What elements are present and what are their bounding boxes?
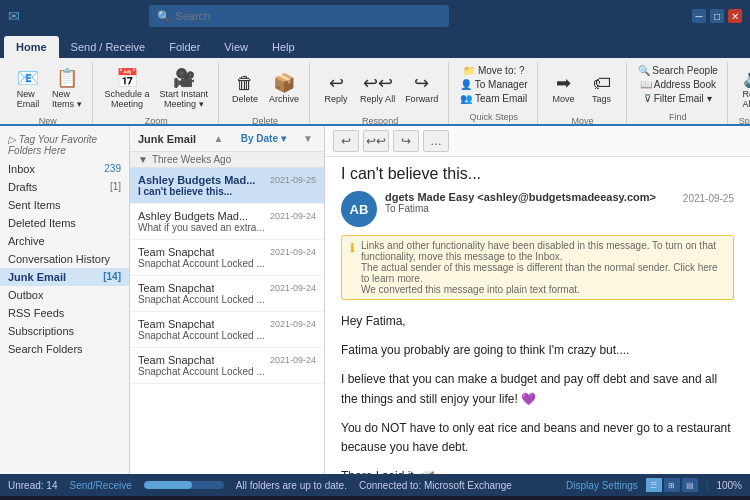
body-para-3: You do NOT have to only eat rice and bea… [341,419,734,457]
email-date-6: 2021-09-24 [270,355,316,365]
status-display-settings[interactable]: Display Settings [566,480,638,491]
status-unread: Unread: 14 [8,480,57,491]
email-subject-1: I can't believe this... [138,186,313,197]
status-bar: Unread: 14 Send/Receive All folders are … [0,474,750,496]
forward-button[interactable]: ↪ Forward [401,64,442,114]
tags-button[interactable]: 🏷 Tags [584,64,620,114]
sidebar-junk-label: Junk Email [8,271,66,283]
archive-button[interactable]: 📦 Archive [265,64,303,114]
sidebar-inbox-label: Inbox [8,163,35,175]
filter-email-button[interactable]: ⊽ Filter Email ▾ [641,92,715,105]
tab-view[interactable]: View [212,36,260,58]
start-instant-meeting-button[interactable]: 🎥 Start InstantMeeting ▾ [156,64,213,114]
status-connected: Connected to: Microsoft Exchange [359,480,512,491]
email-date-5: 2021-09-24 [270,319,316,329]
view-btn-grid[interactable]: ⊞ [664,478,680,492]
status-bar-right: Display Settings ☰ ⊞ ▤ | 100% [566,478,742,492]
zoom-group-label: Zoom [145,116,168,126]
sidebar-item-deleted[interactable]: Deleted Items [0,214,129,232]
email-item-5[interactable]: Team Snapchat 2021-09-24 Snapchat Accoun… [130,312,324,348]
delete-icon: 🗑 [236,74,254,92]
sidebar-item-inbox[interactable]: Inbox 239 [0,160,129,178]
tab-help[interactable]: Help [260,36,307,58]
sidebar-item-sent[interactable]: Sent Items [0,196,129,214]
forward-label: Forward [405,94,438,104]
email-item-4[interactable]: Team Snapchat 2021-09-24 Snapchat Accoun… [130,276,324,312]
email-body: Hey Fatima, Fatima you probably are goin… [325,304,750,474]
reply-all-icon: ↩↩ [363,74,393,92]
sort-label[interactable]: By Date ▾ [241,133,286,144]
sidebar-item-archive[interactable]: Archive [0,232,129,250]
delete-button[interactable]: 🗑 Delete [227,64,263,114]
start-instant-meeting-label: Start InstantMeeting ▾ [160,89,209,109]
move-button[interactable]: ➡ Move [546,64,582,114]
sidebar-item-conversation-history[interactable]: Conversation History [0,250,129,268]
reply-button[interactable]: ↩ Reply [318,64,354,114]
email-item-2[interactable]: Ashley Budgets Mad... 2021-09-24 What if… [130,204,324,240]
team-email-button[interactable]: 👥 Team Email [457,92,530,105]
sidebar-inbox-badge: 239 [104,163,121,175]
email-sender-4: Team Snapchat [138,282,214,294]
delete-group-label: Delete [252,116,278,126]
reply-all-button[interactable]: ↩↩ Reply All [356,64,399,114]
sidebar-conversation-label: Conversation History [8,253,110,265]
start-instant-meeting-icon: 🎥 [173,69,195,87]
tab-folder[interactable]: Folder [157,36,212,58]
scroll-down-btn[interactable]: ▼ [300,130,316,147]
email-date-3: 2021-09-24 [270,247,316,257]
main-layout: ▷ Tag Your Favorite Folders Here Inbox 2… [0,126,750,474]
ribbon-content: 📧 NewEmail 📋 NewItems ▾ New 📅 Schedule a… [0,58,750,126]
sidebar-item-rss-feeds[interactable]: RSS Feeds [0,304,129,322]
search-people-button[interactable]: 🔍 Search People [635,64,721,77]
reply-label: Reply [325,94,348,104]
sidebar-item-outbox[interactable]: Outbox [0,286,129,304]
view-buttons: ☰ ⊞ ▤ [646,478,698,492]
body-para-2: I believe that you can make a budget and… [341,370,734,408]
search-input[interactable] [175,10,441,22]
new-email-button[interactable]: 📧 NewEmail [10,64,46,114]
email-more-btn[interactable]: … [423,130,449,152]
title-bar: ✉ 🔍 ─ □ ✕ [0,0,750,32]
minimize-btn[interactable]: ─ [692,9,706,23]
email-title: I can't believe this... [325,157,750,187]
reply-all-label: Reply All [360,94,395,104]
view-btn-preview[interactable]: ▤ [682,478,698,492]
scroll-up-btn[interactable]: ▲ [210,130,226,147]
ribbon-group-move: ➡ Move 🏷 Tags Move [540,62,627,124]
avatar: AB [341,191,377,227]
email-item-6[interactable]: Team Snapchat 2021-09-24 Snapchat Accoun… [130,348,324,384]
schedule-meeting-label: Schedule aMeeting [105,89,150,109]
read-aloud-button[interactable]: 🔊 ReadAloud [736,64,750,114]
email-list: Junk Email ▲ By Date ▾ ▼ ▼ Three Weeks A… [130,126,325,474]
search-bar[interactable]: 🔍 [149,5,449,27]
window-controls[interactable]: ─ □ ✕ [692,9,742,23]
ribbon-group-new: 📧 NewEmail 📋 NewItems ▾ New [4,62,93,124]
close-btn[interactable]: ✕ [728,9,742,23]
sidebar-item-junk-email[interactable]: Junk Email [14] [0,268,129,286]
schedule-meeting-button[interactable]: 📅 Schedule aMeeting [101,64,154,114]
view-btn-list[interactable]: ☰ [646,478,662,492]
move-to-button[interactable]: 📁 Move to: ? [460,64,527,77]
new-email-label: NewEmail [17,89,40,109]
sidebar-item-subscriptions[interactable]: Subscriptions [0,322,129,340]
address-book-button[interactable]: 📖 Address Book [637,78,719,91]
tab-send-receive[interactable]: Send / Receive [59,36,158,58]
tab-home[interactable]: Home [4,36,59,58]
email-reply-btn[interactable]: ↩ [333,130,359,152]
email-forward-btn[interactable]: ↪ [393,130,419,152]
new-items-button[interactable]: 📋 NewItems ▾ [48,64,86,114]
email-warning-banner[interactable]: ℹ Links and other functionality have bee… [341,235,734,300]
ribbon-group-respond: ↩ Reply ↩↩ Reply All ↪ Forward Respond [312,62,449,124]
ribbon-group-zoom: 📅 Schedule aMeeting 🎥 Start InstantMeeti… [95,62,220,124]
sidebar: ▷ Tag Your Favorite Folders Here Inbox 2… [0,126,130,474]
maximize-btn[interactable]: □ [710,9,724,23]
email-from-name: dgets Made Easy <ashley@budgetsmadeeasy.… [385,191,675,203]
status-send-receive[interactable]: Send/Receive [69,480,131,491]
email-reply-all-btn[interactable]: ↩↩ [363,130,389,152]
sidebar-item-drafts[interactable]: Drafts [1] [0,178,129,196]
email-item-1[interactable]: Ashley Budgets Mad... 2021-09-25 I can't… [130,168,324,204]
schedule-meeting-icon: 📅 [116,69,138,87]
to-manager-button[interactable]: 👤 To Manager [457,78,530,91]
sidebar-item-search-folders[interactable]: Search Folders [0,340,129,358]
email-item-3[interactable]: Team Snapchat 2021-09-24 Snapchat Accoun… [130,240,324,276]
